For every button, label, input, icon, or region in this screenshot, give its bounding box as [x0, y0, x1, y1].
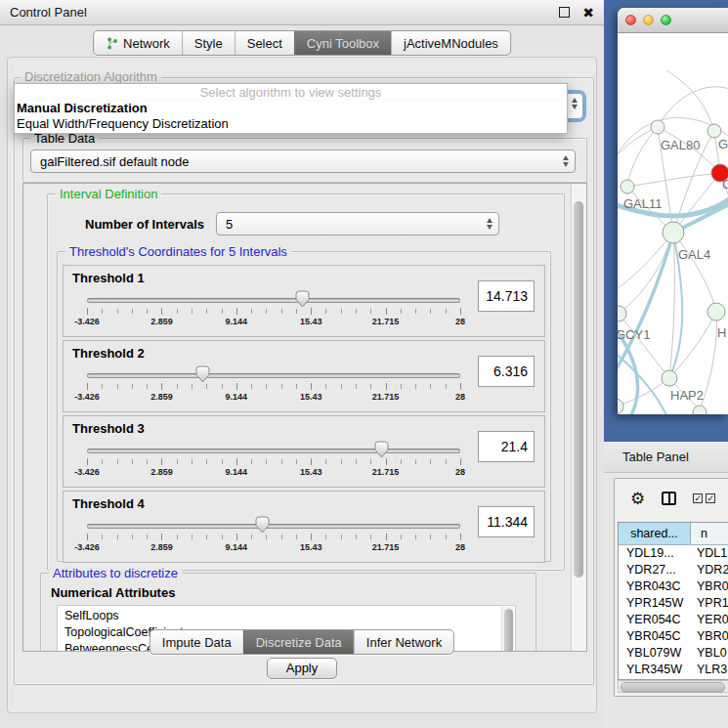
node-bottom-partial[interactable] — [693, 406, 707, 414]
tab-select[interactable]: Select — [235, 31, 294, 55]
table-row[interactable]: YDR27...YDR2 — [619, 562, 728, 578]
major-tick — [386, 534, 387, 540]
node-hap2[interactable] — [662, 370, 677, 386]
threshold-slider[interactable]: -3.4262.8599.14415.4321.71528 — [87, 440, 460, 485]
major-tick — [236, 383, 237, 390]
node-gal80[interactable] — [651, 120, 664, 134]
threshold-label: Threshold 2 — [72, 346, 145, 361]
tab-discretize-data[interactable]: Discretize Data — [243, 630, 354, 654]
number-of-intervals-combobox[interactable]: 5 — [216, 212, 499, 236]
table-row[interactable]: YBR045CYBR0 — [619, 628, 728, 645]
tick-label: 28 — [455, 392, 465, 402]
node-right-top[interactable] — [707, 124, 721, 138]
main-tabstrip: Network Style Select Cyni Toolbox jActiv… — [93, 30, 511, 56]
scrollbar-thumb[interactable] — [504, 609, 513, 652]
slider-track[interactable] — [87, 449, 460, 453]
float-window-icon[interactable] — [559, 7, 570, 18]
table-row[interactable]: YPR145WYPR1 — [619, 595, 728, 612]
table-panel-titlebar: Table Panel — [604, 442, 728, 473]
tab-infer-network[interactable]: Infer Network — [354, 630, 453, 654]
settings-scrollbar[interactable] — [571, 184, 586, 651]
major-tick — [87, 383, 88, 390]
table-row[interactable]: YER054CYER0 — [619, 612, 728, 628]
minimize-traffic-light-icon[interactable] — [643, 15, 654, 25]
column-header-name[interactable]: n — [691, 523, 728, 544]
select-columns-icons[interactable]: ✓ ✓ — [693, 493, 715, 503]
threshold-value-field[interactable]: 14.713 — [478, 280, 535, 312]
node-gal4[interactable] — [663, 222, 684, 243]
node-label-hap2: HAP2 — [670, 388, 704, 403]
table-row[interactable]: YLR345WYLR3 — [619, 662, 728, 678]
tick-label: -3.426 — [74, 392, 100, 402]
dropdown-option-equal-width[interactable]: Equal Width/Frequency Discretization — [15, 116, 567, 132]
tab-impute-data[interactable]: Impute Data — [150, 630, 243, 654]
control-panel-titlebar: Control Panel ✖ — [0, 0, 604, 25]
threshold-label: Threshold 1 — [72, 271, 145, 285]
threshold-value-field[interactable]: 11.344 — [478, 506, 535, 537]
slider-thumb[interactable] — [295, 290, 310, 308]
node-label-partial-ga: GA — [718, 137, 728, 151]
tab-cyni-toolbox[interactable]: Cyni Toolbox — [294, 31, 391, 55]
combobox-stepper-icon — [572, 98, 583, 109]
tab-style[interactable]: Style — [182, 31, 235, 55]
slider-track[interactable] — [87, 373, 460, 378]
table-row[interactable]: YBR043CYBR0 — [619, 578, 728, 595]
slider-thumb[interactable] — [374, 441, 389, 458]
dropdown-option-manual[interactable]: Manual Discretization — [15, 101, 567, 116]
slider-track[interactable] — [87, 298, 460, 303]
close-traffic-light-icon[interactable] — [625, 15, 636, 25]
scrollbar-thumb[interactable] — [574, 201, 583, 578]
slider-thumb[interactable] — [255, 516, 270, 534]
column-layout-icon[interactable] — [662, 492, 676, 505]
major-tick — [311, 383, 312, 390]
slider-tick-labels: -3.4262.8599.14415.4321.71528 — [87, 542, 460, 554]
settings-scrollpane: Interval Definition Number of Intervals … — [22, 183, 587, 652]
checkbox-icon[interactable]: ✓ — [706, 493, 715, 503]
number-of-intervals-value: 5 — [226, 217, 233, 232]
gear-icon[interactable]: ⚙ — [630, 491, 645, 507]
checkbox-icon[interactable]: ✓ — [693, 493, 703, 503]
table-panel-title: Table Panel — [622, 450, 689, 464]
tab-jactivemnodules[interactable]: jActiveMNodules — [391, 31, 510, 55]
threshold-slider[interactable]: -3.4262.8599.14415.4321.71528 — [87, 364, 460, 409]
threshold-value-field[interactable]: 21.4 — [478, 431, 535, 462]
list-item[interactable]: SelfLoops — [64, 608, 515, 624]
tab-network[interactable]: Network — [94, 31, 182, 55]
node-label-partial-h: H — [717, 325, 726, 340]
combobox-stepper-icon — [563, 155, 575, 167]
table-horizontal-scrollbar[interactable] — [618, 680, 728, 693]
slider-thumb[interactable] — [195, 365, 210, 383]
network-canvas[interactable]: GAL80 GA C GAL11 GAL4 GCY1 H HAP2 — [618, 33, 728, 414]
zoom-traffic-light-icon[interactable] — [661, 15, 671, 25]
tick-label: -3.426 — [74, 317, 100, 326]
apply-button[interactable]: Apply — [267, 658, 337, 679]
threshold-row: Threshold 2 -3.4262.8599.14415.4321.7152… — [63, 340, 545, 412]
node-bottom-left-partial[interactable] — [618, 399, 623, 414]
network-window-titlebar[interactable] — [618, 8, 728, 33]
close-icon[interactable]: ✖ — [582, 6, 594, 20]
node-gal11[interactable] — [621, 180, 634, 193]
combobox-stepper-icon — [487, 218, 498, 230]
slider-ticks — [87, 459, 460, 464]
thresholds-group-title: Threshold's Coordinates for 5 Intervals — [65, 244, 291, 259]
list-scrollbar[interactable] — [501, 607, 514, 652]
major-tick — [236, 534, 237, 540]
tick-label: 21.715 — [372, 542, 400, 552]
tick-label: 15.43 — [300, 467, 322, 477]
table-row[interactable]: YDL19...YDL1 — [619, 545, 728, 562]
threshold-value-field[interactable]: 6.316 — [478, 356, 535, 387]
threshold-slider[interactable]: -3.4262.8599.14415.4321.71528 — [87, 289, 460, 334]
slider-track[interactable] — [87, 524, 460, 529]
interval-definition-group: Interval Definition Number of Intervals … — [47, 193, 565, 571]
threshold-row: Threshold 4 -3.4262.8599.14415.4321.7152… — [63, 491, 545, 563]
control-panel: Control Panel ✖ Network Style Select Cyn… — [0, 0, 604, 728]
threshold-slider[interactable]: -3.4262.8599.14415.4321.71528 — [87, 515, 460, 560]
major-tick — [161, 458, 162, 465]
node-h[interactable] — [707, 303, 725, 321]
node-label-gal4: GAL4 — [678, 247, 710, 262]
table-row[interactable]: YBL079WYBL0 — [619, 645, 728, 662]
interval-definition-title: Interval Definition — [56, 187, 161, 201]
column-header-shared-name[interactable]: shared... — [619, 523, 691, 544]
table-data-combobox[interactable]: galFiltered.sif default node — [30, 150, 576, 173]
scrollbar-thumb[interactable] — [621, 682, 725, 693]
